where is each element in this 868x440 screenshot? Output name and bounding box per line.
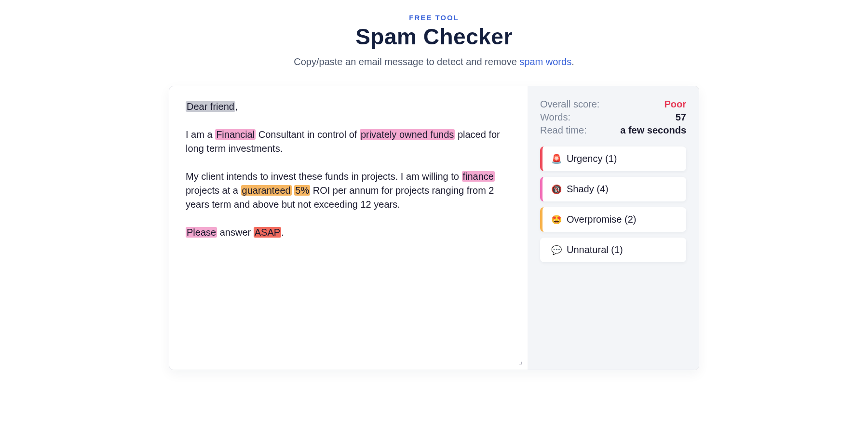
category-card-unnatural[interactable]: 💬Unnatural (1) — [540, 238, 686, 262]
urgency-icon: 🚨 — [551, 154, 562, 164]
subtitle-pre: Copy/paste an email message to detect an… — [294, 56, 519, 67]
highlighted-word: 5% — [294, 185, 310, 196]
overall-score-row: Overall score: Poor — [540, 99, 686, 110]
text-span: Consultant in control of — [256, 129, 360, 140]
words-label: Words: — [540, 112, 570, 123]
category-card-urgency[interactable]: 🚨Urgency (1) — [540, 147, 686, 171]
shady-icon: 🔞 — [551, 184, 562, 195]
page-title: Spam Checker — [169, 24, 699, 50]
resize-handle-icon: ⌟ — [519, 357, 523, 366]
words-value: 57 — [676, 112, 686, 123]
highlighted-word: Dear friend — [186, 101, 235, 112]
category-card-shady[interactable]: 🔞Shady (4) — [540, 177, 686, 201]
overall-score-value: Poor — [664, 99, 686, 110]
eyebrow-label: FREE TOOL — [169, 13, 699, 22]
spam-words-link[interactable]: spam words — [519, 56, 571, 67]
page-container: FREE TOOL Spam Checker Copy/paste an ema… — [169, 0, 699, 370]
text-span: projects at a — [186, 185, 241, 196]
category-card-overpromise[interactable]: 🤩Overpromise (2) — [540, 207, 686, 232]
category-label: Overpromise (2) — [567, 214, 636, 225]
highlighted-word: Financial — [215, 129, 256, 140]
text-span: answer — [217, 227, 254, 238]
category-label: Shady (4) — [567, 184, 609, 195]
overpromise-icon: 🤩 — [551, 214, 562, 225]
highlighted-word: privately owned funds — [360, 129, 455, 140]
tool-wrapper: Dear friend, I am a Financial Consultant… — [169, 86, 699, 370]
text-span: I am a — [186, 129, 215, 140]
highlighted-word: Please — [186, 227, 217, 238]
subtitle-post: . — [571, 56, 574, 67]
highlighted-word: ASAP — [254, 227, 281, 238]
read-time-label: Read time: — [540, 125, 587, 136]
text-span: . — [281, 227, 284, 238]
text-span: , — [235, 101, 238, 112]
category-list: 🚨Urgency (1)🔞Shady (4)🤩Overpromise (2)💬U… — [540, 147, 686, 262]
text-span: My client intends to invest these funds … — [186, 171, 462, 182]
editor-pane: Dear friend, I am a Financial Consultant… — [169, 86, 528, 370]
unnatural-icon: 💬 — [551, 245, 562, 255]
read-time-value: a few seconds — [620, 125, 686, 136]
page-subtitle: Copy/paste an email message to detect an… — [169, 56, 699, 67]
words-row: Words: 57 — [540, 112, 686, 123]
category-label: Urgency (1) — [567, 153, 617, 164]
highlighted-word: guaranteed — [241, 185, 292, 196]
highlighted-word: finance — [462, 171, 495, 182]
category-label: Unnatural (1) — [567, 244, 623, 255]
results-sidebar: Overall score: Poor Words: 57 Read time:… — [528, 86, 699, 370]
email-text-input[interactable]: Dear friend, I am a Financial Consultant… — [186, 100, 511, 350]
overall-score-label: Overall score: — [540, 99, 599, 110]
read-time-row: Read time: a few seconds — [540, 125, 686, 136]
